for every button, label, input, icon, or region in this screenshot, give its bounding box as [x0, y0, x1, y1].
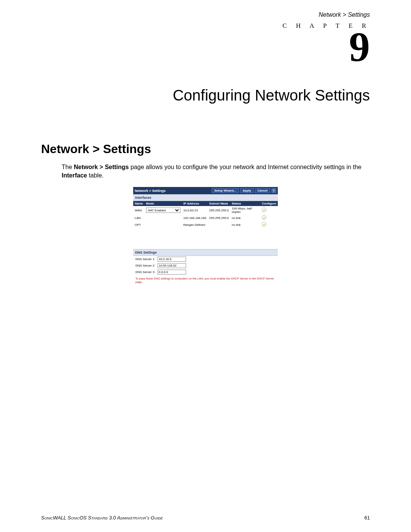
configure-icon[interactable]: [262, 215, 266, 220]
chapter-number: 9: [41, 26, 370, 68]
cell-ip: 10.0.83.23: [182, 206, 208, 214]
cell-status: 100 Mbps, half duplex: [230, 206, 260, 214]
mode-select[interactable]: NAT Enabled: [146, 208, 180, 213]
cell-mode: NAT Enabled: [145, 206, 182, 214]
dns-label: DNS Server 1:: [135, 257, 158, 261]
col-status: Status: [230, 201, 260, 206]
body-paragraph: The Network > Settings page allows you t…: [62, 163, 370, 179]
col-mode: Mode: [145, 201, 182, 206]
cancel-button[interactable]: Cancel: [255, 188, 270, 193]
section-title: Network > Settings: [41, 142, 370, 156]
interfaces-table: Name Mode IP Address Subnet Mask Status …: [133, 201, 278, 228]
body-text: page allows you to configure the your ne…: [129, 164, 362, 170]
setup-wizard-button[interactable]: Setup Wizard...: [212, 188, 239, 193]
cell-name: LAN: [133, 214, 145, 221]
embedded-ui: Network > Settings Setup Wizard... Apply…: [133, 187, 278, 286]
table-row: WAN NAT Enabled 10.0.83.23 255.255.255.0…: [133, 206, 278, 214]
dns-server-3-input[interactable]: [158, 270, 186, 275]
cell-status: no link: [230, 221, 260, 228]
cell-name: WAN: [133, 206, 145, 214]
table-row: OPT Ranges Defined no link: [133, 221, 278, 228]
dns-note: To pass these DNS settings to computers …: [133, 275, 278, 286]
body-bold: Network > Settings: [74, 164, 129, 170]
col-name: Name: [133, 201, 145, 206]
dns-label: DNS Server 3:: [135, 270, 158, 274]
dns-row: DNS Server 1:: [133, 256, 278, 262]
cell-mask: 255.255.255.0: [208, 206, 230, 214]
cell-ip: Ranges Defined: [182, 221, 208, 228]
header-breadcrumb: Network > Settings: [41, 11, 370, 18]
dns-row: DNS Server 2:: [133, 262, 278, 269]
body-bold: Interface: [62, 172, 87, 179]
page-footer: SonicWALL SonicOS Standard 3.0 Administr…: [41, 515, 370, 521]
interfaces-section-header: Interfaces: [133, 194, 278, 201]
cell-name: OPT: [133, 221, 145, 228]
footer-guide-title: SonicWALL SonicOS Standard 3.0 Administr…: [41, 515, 163, 521]
cell-ip: 192.168.168.168: [182, 214, 208, 221]
apply-button[interactable]: Apply: [240, 188, 254, 193]
dns-section-header: DNS Settings: [133, 249, 278, 256]
page-number: 61: [365, 515, 370, 521]
ui-title: Network > Settings: [135, 189, 210, 193]
ui-titlebar: Network > Settings Setup Wizard... Apply…: [133, 187, 278, 194]
cell-mask: 255.255.255.0: [208, 214, 230, 221]
dns-server-1-input[interactable]: [158, 257, 186, 262]
configure-icon[interactable]: [262, 222, 266, 227]
col-mask: Subnet Mask: [208, 201, 230, 206]
col-ip: IP Address: [182, 201, 208, 206]
dns-server-2-input[interactable]: [158, 263, 186, 268]
table-row: LAN 192.168.168.168 255.255.255.0 no lin…: [133, 214, 278, 221]
chapter-title: Configuring Network Settings: [41, 87, 370, 104]
help-button[interactable]: ?: [271, 188, 276, 193]
dns-label: DNS Server 2:: [135, 264, 158, 267]
body-text: table.: [87, 172, 104, 179]
cell-status: no link: [230, 214, 260, 221]
body-text: The: [62, 164, 74, 170]
col-configure: Configure: [260, 201, 278, 206]
configure-icon[interactable]: [262, 208, 266, 212]
dns-row: DNS Server 3:: [133, 269, 278, 275]
